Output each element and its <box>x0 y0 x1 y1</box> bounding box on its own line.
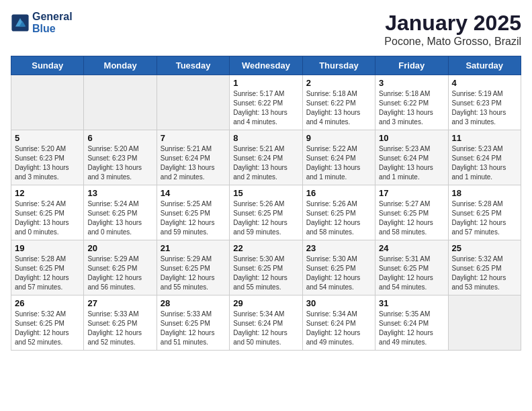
day-number: 1 <box>233 78 298 88</box>
day-info: Sunrise: 5:23 AM Sunset: 6:24 PM Dayligh… <box>452 144 517 182</box>
calendar-day: 9Sunrise: 5:22 AM Sunset: 6:24 PM Daylig… <box>302 130 375 185</box>
calendar-day: 14Sunrise: 5:25 AM Sunset: 6:25 PM Dayli… <box>157 185 229 240</box>
day-number: 31 <box>379 298 444 308</box>
logo: General Blue <box>11 11 73 35</box>
calendar-day: 2Sunrise: 5:18 AM Sunset: 6:22 PM Daylig… <box>302 75 375 130</box>
day-info: Sunrise: 5:32 AM Sunset: 6:25 PM Dayligh… <box>452 255 517 292</box>
day-info: Sunrise: 5:24 AM Sunset: 6:25 PM Dayligh… <box>87 199 152 237</box>
calendar-day: 28Sunrise: 5:33 AM Sunset: 6:25 PM Dayli… <box>157 295 229 351</box>
calendar-day: 31Sunrise: 5:35 AM Sunset: 6:24 PM Dayli… <box>375 295 448 351</box>
month-title: January 2025 <box>384 11 521 36</box>
calendar-table: SundayMondayTuesdayWednesdayThursdayFrid… <box>11 56 521 351</box>
day-info: Sunrise: 5:33 AM Sunset: 6:25 PM Dayligh… <box>161 310 226 347</box>
calendar-day: 29Sunrise: 5:34 AM Sunset: 6:24 PM Dayli… <box>230 295 302 351</box>
calendar-day: 18Sunrise: 5:28 AM Sunset: 6:25 PM Dayli… <box>448 185 521 240</box>
calendar-day: 30Sunrise: 5:34 AM Sunset: 6:24 PM Dayli… <box>302 295 375 351</box>
calendar-week-row: 26Sunrise: 5:32 AM Sunset: 6:25 PM Dayli… <box>11 295 521 351</box>
day-info: Sunrise: 5:31 AM Sunset: 6:25 PM Dayligh… <box>379 255 444 292</box>
weekday-header: Friday <box>375 56 448 75</box>
day-number: 4 <box>452 78 517 88</box>
day-info: Sunrise: 5:29 AM Sunset: 6:25 PM Dayligh… <box>87 255 152 292</box>
logo-icon <box>11 13 30 32</box>
day-number: 13 <box>87 188 152 198</box>
calendar-day: 24Sunrise: 5:31 AM Sunset: 6:25 PM Dayli… <box>375 240 448 295</box>
calendar-day: 16Sunrise: 5:26 AM Sunset: 6:25 PM Dayli… <box>302 185 375 240</box>
day-info: Sunrise: 5:20 AM Sunset: 6:23 PM Dayligh… <box>15 144 80 182</box>
day-number: 23 <box>306 243 371 253</box>
day-info: Sunrise: 5:26 AM Sunset: 6:25 PM Dayligh… <box>233 199 298 237</box>
day-number: 3 <box>379 78 444 88</box>
calendar-day: 1Sunrise: 5:17 AM Sunset: 6:22 PM Daylig… <box>230 75 302 130</box>
day-number: 2 <box>306 78 371 88</box>
day-number: 6 <box>87 133 152 143</box>
day-info: Sunrise: 5:19 AM Sunset: 6:23 PM Dayligh… <box>452 89 517 127</box>
calendar-day: 22Sunrise: 5:30 AM Sunset: 6:25 PM Dayli… <box>230 240 302 295</box>
day-info: Sunrise: 5:30 AM Sunset: 6:25 PM Dayligh… <box>233 255 298 292</box>
calendar-day: 13Sunrise: 5:24 AM Sunset: 6:25 PM Dayli… <box>84 185 157 240</box>
calendar-week-row: 5Sunrise: 5:20 AM Sunset: 6:23 PM Daylig… <box>11 130 521 185</box>
day-info: Sunrise: 5:18 AM Sunset: 6:22 PM Dayligh… <box>379 89 444 127</box>
logo-text: General Blue <box>32 11 73 35</box>
day-number: 21 <box>161 243 226 253</box>
day-info: Sunrise: 5:20 AM Sunset: 6:23 PM Dayligh… <box>87 144 152 182</box>
calendar-empty <box>84 75 157 130</box>
day-info: Sunrise: 5:32 AM Sunset: 6:25 PM Dayligh… <box>15 310 80 347</box>
day-info: Sunrise: 5:28 AM Sunset: 6:25 PM Dayligh… <box>15 255 80 292</box>
calendar-day: 20Sunrise: 5:29 AM Sunset: 6:25 PM Dayli… <box>84 240 157 295</box>
day-info: Sunrise: 5:22 AM Sunset: 6:24 PM Dayligh… <box>306 144 371 182</box>
day-number: 30 <box>306 298 371 308</box>
weekday-header: Tuesday <box>157 56 229 75</box>
calendar-day: 17Sunrise: 5:27 AM Sunset: 6:25 PM Dayli… <box>375 185 448 240</box>
calendar-day: 11Sunrise: 5:23 AM Sunset: 6:24 PM Dayli… <box>448 130 521 185</box>
day-info: Sunrise: 5:21 AM Sunset: 6:24 PM Dayligh… <box>233 144 298 182</box>
day-number: 25 <box>452 243 517 253</box>
calendar-day: 15Sunrise: 5:26 AM Sunset: 6:25 PM Dayli… <box>230 185 302 240</box>
calendar-day: 19Sunrise: 5:28 AM Sunset: 6:25 PM Dayli… <box>11 240 84 295</box>
calendar-day: 12Sunrise: 5:24 AM Sunset: 6:25 PM Dayli… <box>11 185 84 240</box>
calendar-empty <box>448 295 521 351</box>
day-info: Sunrise: 5:21 AM Sunset: 6:24 PM Dayligh… <box>161 144 226 182</box>
day-number: 18 <box>452 188 517 198</box>
day-number: 27 <box>87 298 152 308</box>
calendar-week-row: 19Sunrise: 5:28 AM Sunset: 6:25 PM Dayli… <box>11 240 521 295</box>
calendar-day: 3Sunrise: 5:18 AM Sunset: 6:22 PM Daylig… <box>375 75 448 130</box>
calendar-empty <box>157 75 229 130</box>
day-info: Sunrise: 5:26 AM Sunset: 6:25 PM Dayligh… <box>306 199 371 237</box>
day-number: 9 <box>306 133 371 143</box>
day-number: 28 <box>161 298 226 308</box>
day-number: 12 <box>15 188 80 198</box>
calendar-empty <box>11 75 84 130</box>
calendar-day: 21Sunrise: 5:29 AM Sunset: 6:25 PM Dayli… <box>157 240 229 295</box>
day-info: Sunrise: 5:18 AM Sunset: 6:22 PM Dayligh… <box>306 89 371 127</box>
day-info: Sunrise: 5:34 AM Sunset: 6:24 PM Dayligh… <box>306 310 371 347</box>
day-number: 14 <box>161 188 226 198</box>
calendar-day: 4Sunrise: 5:19 AM Sunset: 6:23 PM Daylig… <box>448 75 521 130</box>
day-info: Sunrise: 5:25 AM Sunset: 6:25 PM Dayligh… <box>161 199 226 237</box>
calendar-day: 27Sunrise: 5:33 AM Sunset: 6:25 PM Dayli… <box>84 295 157 351</box>
day-info: Sunrise: 5:27 AM Sunset: 6:25 PM Dayligh… <box>379 199 444 237</box>
calendar-day: 23Sunrise: 5:30 AM Sunset: 6:25 PM Dayli… <box>302 240 375 295</box>
day-info: Sunrise: 5:35 AM Sunset: 6:24 PM Dayligh… <box>379 310 444 347</box>
weekday-header-row: SundayMondayTuesdayWednesdayThursdayFrid… <box>11 56 521 75</box>
weekday-header: Thursday <box>302 56 375 75</box>
day-number: 24 <box>379 243 444 253</box>
calendar-day: 5Sunrise: 5:20 AM Sunset: 6:23 PM Daylig… <box>11 130 84 185</box>
day-number: 10 <box>379 133 444 143</box>
calendar-day: 25Sunrise: 5:32 AM Sunset: 6:25 PM Dayli… <box>448 240 521 295</box>
calendar-day: 8Sunrise: 5:21 AM Sunset: 6:24 PM Daylig… <box>230 130 302 185</box>
day-number: 29 <box>233 298 298 308</box>
weekday-header: Saturday <box>448 56 521 75</box>
calendar-day: 10Sunrise: 5:23 AM Sunset: 6:24 PM Dayli… <box>375 130 448 185</box>
day-number: 16 <box>306 188 371 198</box>
location-title: Pocone, Mato Grosso, Brazil <box>384 36 521 48</box>
calendar-day: 26Sunrise: 5:32 AM Sunset: 6:25 PM Dayli… <box>11 295 84 351</box>
day-number: 8 <box>233 133 298 143</box>
weekday-header: Monday <box>84 56 157 75</box>
day-number: 17 <box>379 188 444 198</box>
day-info: Sunrise: 5:28 AM Sunset: 6:25 PM Dayligh… <box>452 199 517 237</box>
day-number: 7 <box>161 133 226 143</box>
calendar-week-row: 1Sunrise: 5:17 AM Sunset: 6:22 PM Daylig… <box>11 75 521 130</box>
day-number: 15 <box>233 188 298 198</box>
day-info: Sunrise: 5:23 AM Sunset: 6:24 PM Dayligh… <box>379 144 444 182</box>
day-info: Sunrise: 5:33 AM Sunset: 6:25 PM Dayligh… <box>87 310 152 347</box>
